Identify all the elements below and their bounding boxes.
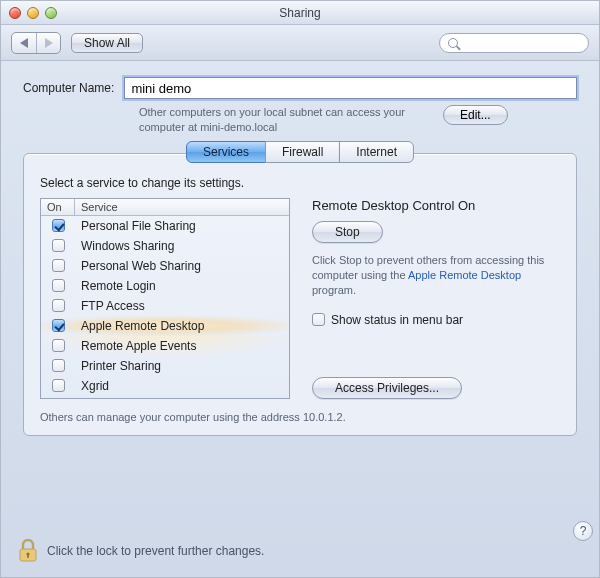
show-status-row[interactable]: Show status in menu bar <box>312 313 560 327</box>
checkbox-icon[interactable] <box>52 319 65 332</box>
lock-icon[interactable] <box>17 539 39 563</box>
services-body: Personal File Sharing Windows Sharing Pe… <box>41 216 289 396</box>
service-detail: Remote Desktop Control On Stop Click Sto… <box>312 198 560 399</box>
services-col-on[interactable]: On <box>41 199 75 216</box>
checkbox-icon[interactable] <box>52 339 65 352</box>
lock-footer: Click the lock to prevent further change… <box>17 539 264 563</box>
service-label: Xgrid <box>75 379 289 393</box>
service-label: Remote Login <box>75 279 289 293</box>
tab-bar: Services Firewall Internet <box>186 141 414 163</box>
content: Computer Name: Other computers on your l… <box>1 61 599 446</box>
svg-rect-4 <box>27 554 29 558</box>
show-status-label: Show status in menu bar <box>331 313 463 327</box>
service-label: Personal Web Sharing <box>75 259 289 273</box>
edit-name-button[interactable]: Edit... <box>443 105 508 125</box>
services-columns: On Service Personal File Sharing Windows… <box>40 198 560 399</box>
access-privileges-button[interactable]: Access Privileges... <box>312 377 462 399</box>
service-row-personal-file-sharing[interactable]: Personal File Sharing <box>41 216 289 236</box>
service-row-remote-apple-events[interactable]: Remote Apple Events <box>41 336 289 356</box>
lock-text: Click the lock to prevent further change… <box>47 544 264 558</box>
forward-button[interactable] <box>36 33 60 53</box>
checkbox-icon[interactable] <box>52 359 65 372</box>
service-label: Windows Sharing <box>75 239 289 253</box>
checkbox-icon[interactable] <box>52 279 65 292</box>
back-button[interactable] <box>12 33 36 53</box>
search-icon <box>448 38 458 48</box>
sharing-preferences-window: Sharing Show All Computer Name: Other co… <box>0 0 600 578</box>
svg-marker-0 <box>20 38 28 48</box>
services-panel: Select a service to change its settings.… <box>23 153 577 436</box>
management-address-text: Others can manage your computer using th… <box>40 411 560 423</box>
help-button[interactable]: ? <box>573 521 593 541</box>
svg-marker-1 <box>45 38 53 48</box>
service-row-windows-sharing[interactable]: Windows Sharing <box>41 236 289 256</box>
services-header: On Service <box>41 199 289 216</box>
checkbox-icon[interactable] <box>52 379 65 392</box>
search-input[interactable] <box>439 33 589 53</box>
service-detail-description: Click Stop to prevent others from access… <box>312 253 560 299</box>
tab-internet[interactable]: Internet <box>339 141 414 163</box>
checkbox-icon[interactable] <box>52 259 65 272</box>
stop-button[interactable]: Stop <box>312 221 383 243</box>
services-col-service[interactable]: Service <box>75 199 289 216</box>
service-label: Apple Remote Desktop <box>75 319 289 333</box>
window-title: Sharing <box>1 6 599 20</box>
service-row-remote-login[interactable]: Remote Login <box>41 276 289 296</box>
tab-services[interactable]: Services <box>186 141 266 163</box>
checkbox-icon[interactable] <box>52 299 65 312</box>
desc-text: program. <box>312 284 356 296</box>
checkbox-icon[interactable] <box>52 239 65 252</box>
show-all-button[interactable]: Show All <box>71 33 143 53</box>
computer-name-input[interactable] <box>124 77 577 99</box>
computer-name-hint: Other computers on your local subnet can… <box>139 105 429 135</box>
apple-remote-desktop-link[interactable]: Apple Remote Desktop <box>408 269 521 281</box>
computer-name-hint-row: Other computers on your local subnet can… <box>139 105 577 135</box>
service-row-xgrid[interactable]: Xgrid <box>41 376 289 396</box>
checkbox-icon[interactable] <box>312 313 325 326</box>
service-row-ftp-access[interactable]: FTP Access <box>41 296 289 316</box>
service-label: Personal File Sharing <box>75 219 289 233</box>
service-row-apple-remote-desktop[interactable]: Apple Remote Desktop <box>41 316 289 336</box>
titlebar: Sharing <box>1 1 599 25</box>
computer-name-label: Computer Name: <box>23 81 114 95</box>
help-area: ? <box>573 521 593 541</box>
service-row-printer-sharing[interactable]: Printer Sharing <box>41 356 289 376</box>
panel-wrapper: Services Firewall Internet Select a serv… <box>23 153 577 436</box>
service-label: Printer Sharing <box>75 359 289 373</box>
service-label: Remote Apple Events <box>75 339 289 353</box>
checkbox-icon[interactable] <box>52 219 65 232</box>
computer-name-row: Computer Name: <box>23 77 577 99</box>
service-label: FTP Access <box>75 299 289 313</box>
services-table: On Service Personal File Sharing Windows… <box>40 198 290 399</box>
service-detail-title: Remote Desktop Control On <box>312 198 560 213</box>
toolbar: Show All <box>1 25 599 61</box>
nav-buttons <box>11 32 61 54</box>
tab-firewall[interactable]: Firewall <box>265 141 340 163</box>
service-row-personal-web-sharing[interactable]: Personal Web Sharing <box>41 256 289 276</box>
services-instruction: Select a service to change its settings. <box>40 176 560 190</box>
